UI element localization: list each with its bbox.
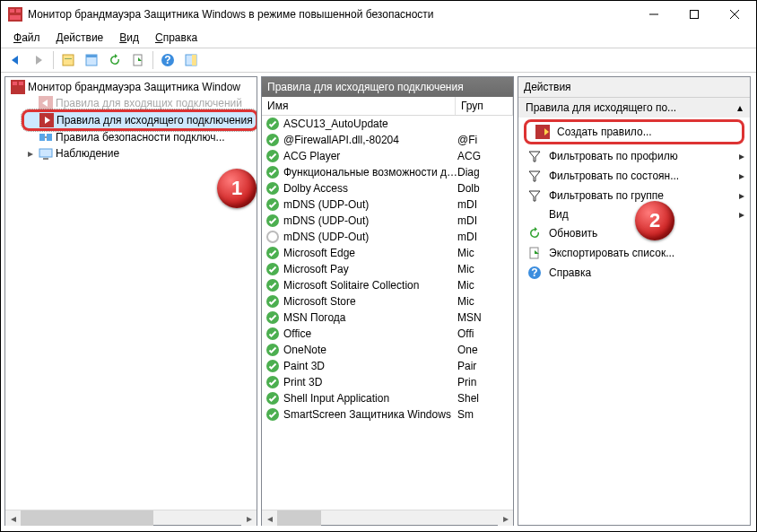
allowed-icon [265, 359, 280, 373]
close-button[interactable] [714, 2, 754, 27]
rule-row[interactable]: Print 3DPrin [262, 374, 513, 390]
rule-row[interactable]: MSN ПогодаMSN [262, 310, 513, 326]
scroll-left-icon[interactable]: ◂ [5, 510, 21, 526]
content-area: Монитор брандмауэра Защитника Window Пра… [1, 73, 756, 531]
tree-scrollbar[interactable]: ◂ ▸ [5, 510, 257, 525]
menu-action[interactable]: Действие [49, 30, 111, 46]
rule-name: MSN Погода [283, 311, 457, 324]
rule-row[interactable]: Microsoft Solitaire CollectionMic [262, 277, 513, 293]
rule-row[interactable]: Функциональные возможности для по...Diag [262, 164, 513, 180]
tree-pane: Монитор брандмауэра Защитника Window Пра… [4, 76, 257, 526]
rules-list: ASCU13_AutoUpdate@FirewallAPI.dll,-80204… [262, 116, 513, 510]
chevron-right-icon[interactable]: ▸ [25, 147, 36, 160]
refresh-button[interactable] [104, 49, 126, 71]
submenu-arrow-icon: ▸ [739, 170, 744, 182]
action-filter-profile-label: Фильтровать по профилю [549, 150, 678, 162]
submenu-arrow-icon: ▸ [739, 189, 744, 202]
action-refresh[interactable]: Обновить [518, 223, 750, 243]
toolbar: ? [1, 48, 756, 73]
allowed-icon [265, 165, 280, 179]
allowed-icon [265, 181, 280, 196]
rule-name: Dolby Access [283, 182, 457, 195]
rule-group: Diag [457, 166, 513, 179]
connection-security-icon [39, 130, 53, 144]
actions-pane-button[interactable] [180, 49, 202, 71]
allowed-icon [265, 133, 280, 147]
svg-rect-11 [65, 58, 72, 59]
collapse-icon[interactable]: ▴ [737, 101, 743, 114]
menu-view[interactable]: Вид [112, 30, 146, 46]
annotation-badge-1: 1 [217, 169, 257, 208]
properties-button[interactable] [81, 49, 102, 71]
help-button[interactable]: ? [157, 49, 178, 71]
column-name[interactable]: Имя [262, 97, 456, 115]
action-export[interactable]: Экспортировать список... [518, 243, 750, 263]
svg-rect-1 [10, 9, 14, 13]
rules-scrollbar[interactable]: ◂ ▸ [262, 510, 513, 525]
tree-inbound-label: Правила для входящих подключений [56, 97, 242, 109]
show-tree-button[interactable] [57, 49, 79, 71]
rule-row[interactable]: ASCU13_AutoUpdate [262, 116, 513, 132]
export-button[interactable] [127, 49, 149, 71]
rule-name: mDNS (UDP-Out) [283, 198, 457, 211]
svg-rect-13 [86, 55, 97, 57]
scroll-left-icon[interactable]: ◂ [262, 510, 277, 526]
action-help[interactable]: ? Справка [518, 263, 750, 283]
allowed-icon [265, 343, 280, 357]
rule-group: Sm [457, 408, 513, 421]
minimize-button[interactable] [633, 2, 674, 27]
svg-marker-9 [36, 56, 42, 65]
action-create-rule[interactable]: Создать правило... [526, 122, 742, 142]
allowed-icon [265, 214, 280, 228]
scroll-right-icon[interactable]: ▸ [498, 510, 513, 526]
rule-row[interactable]: OfficeOffi [262, 326, 513, 342]
tree-monitoring[interactable]: ▸ Наблюдение [23, 145, 257, 161]
rule-group: One [457, 344, 513, 356]
tree-inbound[interactable]: Правила для входящих подключений [23, 95, 257, 111]
rule-row[interactable]: OneNoteOne [262, 342, 513, 358]
menu-file[interactable]: ФФайлайл [6, 30, 48, 46]
scroll-right-icon[interactable]: ▸ [241, 510, 257, 526]
rule-group: Dolb [457, 182, 513, 195]
action-filter-state[interactable]: Фильтровать по состоян... ▸ [518, 166, 750, 186]
actions-section: Правила для исходящего по... ▴ [518, 98, 750, 118]
rule-row[interactable]: Shell Input ApplicationShel [262, 390, 513, 406]
action-filter-profile[interactable]: Фильтровать по профилю ▸ [518, 146, 750, 166]
svg-rect-22 [19, 82, 23, 85]
rule-row[interactable]: Dolby AccessDolb [262, 180, 513, 196]
rule-row[interactable]: Paint 3DPair [262, 358, 513, 374]
rule-row[interactable]: Microsoft StoreMic [262, 293, 513, 310]
column-group[interactable]: Груп [456, 97, 513, 115]
forward-button[interactable] [28, 49, 49, 71]
menu-help[interactable]: Справка [148, 30, 204, 46]
monitoring-icon [39, 146, 53, 161]
action-filter-group[interactable]: Фильтровать по группе ▸ [518, 186, 750, 205]
rule-group: ACG [457, 150, 513, 162]
rule-row[interactable]: mDNS (UDP-Out)mDI [262, 196, 513, 213]
allowed-icon [265, 197, 280, 212]
rule-group: Mic [457, 247, 513, 259]
rule-row[interactable]: Microsoft EdgeMic [262, 245, 513, 261]
rule-row[interactable]: Microsoft PayMic [262, 261, 513, 277]
rule-row[interactable]: ACG PlayerACG [262, 148, 513, 164]
tree-root[interactable]: Монитор брандмауэра Защитника Window [9, 79, 257, 95]
rule-group: @Fi [457, 134, 513, 146]
svg-rect-27 [39, 134, 45, 141]
maximize-button[interactable] [674, 2, 714, 27]
rule-row[interactable]: SmartScreen Защитника WindowsSm [262, 406, 513, 423]
back-button[interactable] [4, 49, 26, 71]
rule-row[interactable]: mDNS (UDP-Out)mDI [262, 229, 513, 245]
action-view[interactable]: Вид ▸ [518, 205, 750, 223]
rule-name: ASCU13_AutoUpdate [283, 118, 457, 130]
action-filter-group-label: Фильтровать по группе [549, 189, 664, 202]
allowed-icon [265, 117, 280, 131]
rule-name: @FirewallAPI.dll,-80204 [283, 134, 457, 146]
tree-outbound[interactable]: Правила для исходящего подключения [22, 109, 257, 131]
svg-rect-2 [16, 9, 21, 13]
tree-connection-security[interactable]: Правила безопасности подключ... [23, 129, 257, 145]
filter-icon [527, 149, 542, 163]
rule-row[interactable]: @FirewallAPI.dll,-80204@Fi [262, 132, 513, 148]
rule-row[interactable]: mDNS (UDP-Out)mDI [262, 213, 513, 229]
svg-rect-10 [63, 55, 74, 65]
rule-name: Microsoft Edge [283, 247, 457, 259]
